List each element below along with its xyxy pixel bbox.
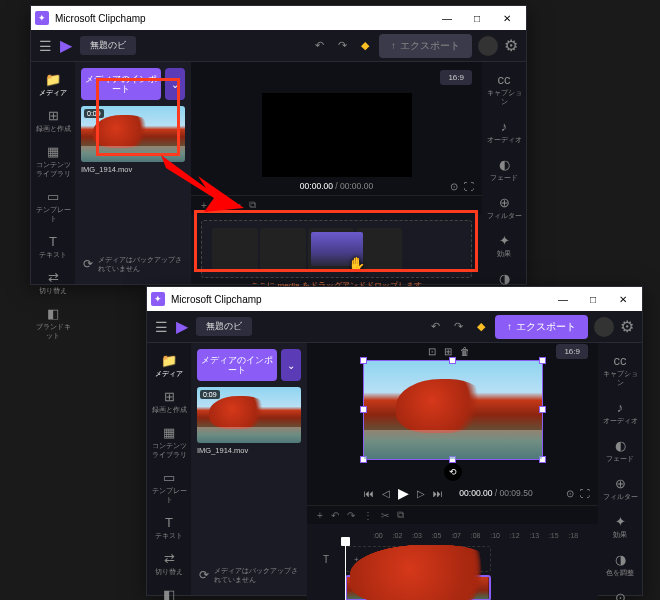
skip-fwd-icon[interactable]: ⏭ xyxy=(433,488,443,499)
fit-icon[interactable]: ⊞ xyxy=(444,346,452,357)
add-icon[interactable]: + xyxy=(317,510,323,521)
export-button[interactable]: ↑ エクスポート xyxy=(379,34,472,58)
trash-icon[interactable]: 🗑 xyxy=(460,346,470,357)
split-icon[interactable]: ⧉ xyxy=(249,199,256,211)
time-ruler[interactable]: :00:02:03:05:07:08:10:12:13:15:18 xyxy=(345,530,588,543)
prev-frame-icon[interactable]: ◁ xyxy=(382,488,390,499)
undo-icon[interactable]: ↶ xyxy=(311,35,328,56)
rail-text[interactable]: Tテキスト xyxy=(149,511,189,545)
timeline-dropzone[interactable]: ✋ ここに media をドラッグアンドドロップします xyxy=(201,220,472,278)
rail-media[interactable]: 📁メディア xyxy=(33,68,73,102)
dragging-clip[interactable]: ✋ xyxy=(311,232,363,266)
handle-t[interactable] xyxy=(449,357,456,364)
cut-icon[interactable]: ✂ xyxy=(381,510,389,521)
rail-templates[interactable]: ▭テンプレート xyxy=(149,466,189,509)
export-button[interactable]: ↑ エクスポート xyxy=(495,315,588,339)
grab-cursor-icon: ✋ xyxy=(348,256,365,272)
handle-br[interactable] xyxy=(539,456,546,463)
rail-text[interactable]: Tテキスト xyxy=(33,230,73,264)
rail-speed[interactable]: ⊙速度 xyxy=(600,586,640,600)
rail-captions[interactable]: ccキャプション xyxy=(600,349,640,392)
rail-record[interactable]: ⊞録画と作成 xyxy=(149,385,189,419)
settings-icon[interactable]: ⚙ xyxy=(504,36,518,55)
rail-fade[interactable]: ◐フェード xyxy=(484,153,524,187)
split-icon[interactable]: ⧉ xyxy=(397,509,404,521)
tl-undo-icon[interactable]: ↶ xyxy=(331,510,339,521)
playhead[interactable] xyxy=(345,542,346,600)
maximize-button[interactable]: □ xyxy=(462,6,492,30)
handle-bl[interactable] xyxy=(360,456,367,463)
preview-canvas-empty[interactable] xyxy=(262,93,412,177)
import-dropdown-button[interactable]: ⌄ xyxy=(165,68,185,100)
undo-icon[interactable]: ↶ xyxy=(427,316,444,337)
redo-icon[interactable]: ↷ xyxy=(450,316,467,337)
rotate-button[interactable]: ⟲ xyxy=(444,463,462,481)
skip-back-icon[interactable]: ⏮ xyxy=(364,488,374,499)
avatar[interactable] xyxy=(594,317,614,337)
video-track-clip[interactable] xyxy=(345,575,491,600)
preview-canvas[interactable] xyxy=(363,360,543,460)
rail-brand[interactable]: ◧ブランドキット xyxy=(149,583,189,600)
rail-library[interactable]: ▦コンテンツライブラリ xyxy=(149,421,189,464)
rail-filter[interactable]: ⊕フィルター xyxy=(484,191,524,225)
handle-b[interactable] xyxy=(449,456,456,463)
fullscreen-icon[interactable]: ⛶ xyxy=(580,488,590,499)
rail-record[interactable]: ⊞録画と作成 xyxy=(33,104,73,138)
rail-audio[interactable]: ♪オーディオ xyxy=(484,115,524,149)
rail-color[interactable]: ◑色を調整 xyxy=(600,548,640,582)
document-title[interactable]: 無題の‍ビ xyxy=(196,317,252,336)
avatar[interactable] xyxy=(478,36,498,56)
rail-effects[interactable]: ✦効果 xyxy=(600,510,640,544)
document-title[interactable]: 無題の‍ビ xyxy=(80,36,136,55)
export-label: エクスポート xyxy=(400,39,460,53)
tl-redo-icon[interactable]: ↷ xyxy=(347,510,355,521)
import-media-button[interactable]: メディアのインポート xyxy=(81,68,161,100)
app-logo-icon: ▶ xyxy=(176,317,188,336)
rail-audio[interactable]: ♪オーディオ xyxy=(600,396,640,430)
backup-status: ⟳ メディアはバックアップされていません xyxy=(197,562,301,589)
zoom-icon[interactable]: ⊙ xyxy=(566,488,574,499)
import-dropdown-button[interactable]: ⌄ xyxy=(281,349,301,381)
play-button[interactable]: ▶ xyxy=(398,485,409,501)
redo-icon[interactable]: ↷ xyxy=(334,35,351,56)
titlebar: ✦ Microsoft Clipchamp — □ ✕ xyxy=(147,287,642,311)
premium-icon[interactable]: ◆ xyxy=(473,316,489,337)
rail-fade[interactable]: ◐フェード xyxy=(600,434,640,468)
handle-tl[interactable] xyxy=(360,357,367,364)
clipchamp-window-after: ✦ Microsoft Clipchamp — □ ✕ ☰ ▶ 無題の‍ビ ↶ … xyxy=(146,286,643,596)
minimize-button[interactable]: — xyxy=(548,287,578,311)
handle-l[interactable] xyxy=(360,406,367,413)
aspect-ratio-badge[interactable]: 16:9 xyxy=(556,344,588,359)
handle-tr[interactable] xyxy=(539,357,546,364)
premium-icon[interactable]: ◆ xyxy=(357,35,373,56)
timeline-toolbar: + ↶ ↷ ⋮ ✂ ⧉ xyxy=(307,505,598,524)
rail-brand[interactable]: ◧ブランドキット xyxy=(33,302,73,345)
sync-icon: ⟳ xyxy=(83,257,93,271)
menu-icon[interactable]: ☰ xyxy=(39,38,52,54)
close-button[interactable]: ✕ xyxy=(608,287,638,311)
text-track-icon: T xyxy=(323,554,329,565)
zoom-icon[interactable]: ⊙ xyxy=(450,181,458,192)
rail-media[interactable]: 📁メディア xyxy=(149,349,189,383)
minimize-button[interactable]: — xyxy=(432,6,462,30)
app-icon: ✦ xyxy=(35,11,49,25)
menu-icon[interactable]: ☰ xyxy=(155,319,168,335)
rail-transitions[interactable]: ⇄切り替え xyxy=(149,547,189,581)
handle-r[interactable] xyxy=(539,406,546,413)
close-button[interactable]: ✕ xyxy=(492,6,522,30)
fullscreen-icon[interactable]: ⛶ xyxy=(464,181,474,192)
rail-transitions[interactable]: ⇄切り替え xyxy=(33,266,73,300)
settings-icon[interactable]: ⚙ xyxy=(620,317,634,336)
media-clip[interactable]: 0:09 IMG_1914.mov xyxy=(197,387,301,455)
rail-templates[interactable]: ▭テンプレート xyxy=(33,185,73,228)
crop-icon[interactable]: ⊡ xyxy=(428,346,436,357)
clipchamp-window-before: ✦ Microsoft Clipchamp — □ ✕ ☰ ▶ 無題の‍ビ ↶ … xyxy=(30,5,527,285)
maximize-button[interactable]: □ xyxy=(578,287,608,311)
rail-filter[interactable]: ⊕フィルター xyxy=(600,472,640,506)
next-frame-icon[interactable]: ▷ xyxy=(417,488,425,499)
rail-effects[interactable]: ✦効果 xyxy=(484,229,524,263)
import-media-button[interactable]: メディアのインポート xyxy=(197,349,277,381)
rail-library[interactable]: ▦コンテンツライブラリ xyxy=(33,140,73,183)
rail-captions[interactable]: ccキャプション xyxy=(484,68,524,111)
aspect-ratio-badge[interactable]: 16:9 xyxy=(440,70,472,85)
